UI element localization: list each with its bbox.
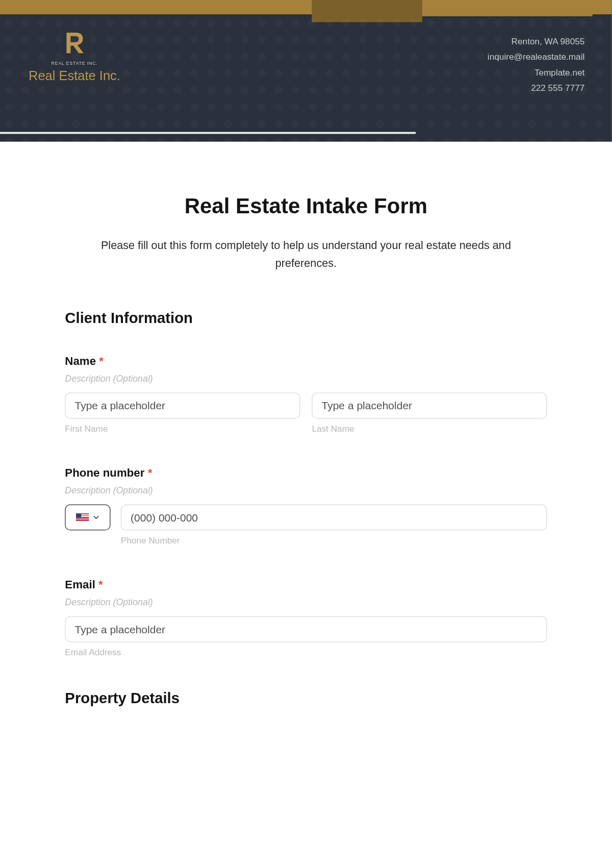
required-mark: * bbox=[148, 466, 152, 479]
required-mark: * bbox=[99, 354, 104, 367]
first-name-sublabel: First Name bbox=[65, 424, 300, 434]
logo-block: REAL ESTATE INC. Real Estate Inc. bbox=[29, 29, 120, 83]
header-gold-bar bbox=[0, 0, 612, 14]
header-gold-line bbox=[422, 14, 593, 16]
section-property-details: Property Details bbox=[65, 690, 547, 707]
contact-email: inquire@realeastate.mail bbox=[488, 49, 584, 65]
form-title: Real Estate Intake Form bbox=[65, 194, 547, 218]
logo-icon bbox=[61, 29, 88, 56]
phone-label: Phone number bbox=[65, 466, 144, 479]
last-name-sublabel: Last Name bbox=[312, 424, 547, 434]
contact-site: Template.net bbox=[488, 65, 584, 81]
flag-us-icon bbox=[76, 513, 89, 522]
contact-phone: 222 555 7777 bbox=[488, 81, 584, 96]
phone-description: Description (Optional) bbox=[65, 485, 547, 495]
contact-info: Renton, WA 98055 inquire@realeastate.mai… bbox=[488, 34, 584, 96]
contact-address: Renton, WA 98055 bbox=[488, 34, 584, 49]
header-gold-tab bbox=[312, 0, 422, 22]
logo-subtitle: REAL ESTATE INC. bbox=[29, 61, 120, 66]
email-field: Email * Description (Optional) Email Add… bbox=[65, 578, 547, 657]
company-name: Real Estate Inc. bbox=[29, 68, 120, 83]
chevron-down-icon bbox=[93, 514, 99, 521]
first-name-input[interactable] bbox=[65, 392, 300, 418]
last-name-input[interactable] bbox=[312, 392, 547, 418]
phone-field: Phone number * Description (Optional) Ph… bbox=[65, 466, 547, 545]
page-header: REAL ESTATE INC. Real Estate Inc. Renton… bbox=[0, 0, 612, 142]
form-intro: Please fill out this form completely to … bbox=[76, 237, 535, 273]
header-white-line bbox=[0, 132, 416, 134]
name-field: Name * Description (Optional) First Name… bbox=[65, 354, 547, 433]
section-client-info: Client Information bbox=[65, 309, 547, 327]
email-label: Email bbox=[65, 578, 95, 590]
email-input[interactable] bbox=[65, 616, 547, 642]
phone-sublabel: Phone Number bbox=[121, 536, 547, 545]
email-description: Description (Optional) bbox=[65, 597, 547, 607]
required-mark: * bbox=[98, 578, 103, 590]
name-label: Name bbox=[65, 354, 96, 367]
phone-number-input[interactable] bbox=[121, 505, 547, 531]
email-sublabel: Email Address bbox=[65, 648, 547, 657]
country-code-select[interactable] bbox=[65, 505, 110, 531]
name-description: Description (Optional) bbox=[65, 373, 547, 383]
